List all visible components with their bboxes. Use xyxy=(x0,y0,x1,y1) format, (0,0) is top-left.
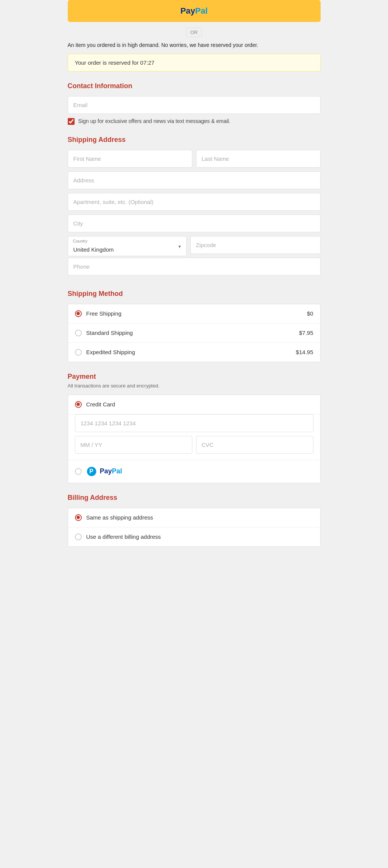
phone-input[interactable] xyxy=(68,258,321,275)
contact-section-title: Contact Information xyxy=(68,82,321,90)
billing-options: Same as shipping address Use a different… xyxy=(68,508,321,547)
shipping-expedited-label: Expedited Shipping xyxy=(86,349,135,355)
email-input[interactable] xyxy=(68,96,321,114)
radio-standard xyxy=(75,330,82,336)
cvc-input[interactable] xyxy=(196,436,313,454)
shipping-address-title: Shipping Address xyxy=(68,136,321,144)
newsletter-label: Sign up for exclusive offers and news vi… xyxy=(78,118,231,125)
radio-billing-different xyxy=(75,534,82,540)
shipping-expedited-price: $14.95 xyxy=(296,349,313,355)
radio-billing-same xyxy=(75,514,82,521)
payment-option-paypal[interactable]: P PayPal xyxy=(68,460,320,483)
first-name-input[interactable] xyxy=(68,150,192,168)
card-number-input[interactable] xyxy=(75,414,313,432)
credit-card-label: Credit Card xyxy=(86,401,115,408)
country-label: Country xyxy=(73,239,88,243)
paypal-button[interactable]: PayPal xyxy=(68,0,321,22)
billing-same-label: Same as shipping address xyxy=(86,514,153,521)
shipping-free-price: $0 xyxy=(307,310,313,317)
shipping-option-expedited[interactable]: Expedited Shipping $14.95 xyxy=(68,343,320,362)
cc-expiry-cvc-row xyxy=(75,436,313,454)
radio-paypal xyxy=(75,468,82,475)
svg-text:P: P xyxy=(89,468,93,474)
billing-option-same[interactable]: Same as shipping address xyxy=(68,508,320,527)
billing-different-label: Use a different billing address xyxy=(86,534,161,540)
address-input[interactable] xyxy=(68,171,321,189)
payment-title: Payment xyxy=(68,373,321,381)
paypal-text-logo: PayPal xyxy=(100,467,122,475)
apt-input[interactable] xyxy=(68,193,321,211)
payment-subtitle: All transactions are secure and encrypte… xyxy=(68,383,321,389)
name-row xyxy=(68,150,321,171)
billing-address-title: Billing Address xyxy=(68,494,321,502)
newsletter-row: Sign up for exclusive offers and news vi… xyxy=(68,118,321,125)
city-input[interactable] xyxy=(68,215,321,232)
paypal-option-logo: P PayPal xyxy=(86,466,122,477)
expiry-input[interactable] xyxy=(75,436,192,454)
shipping-option-free[interactable]: Free Shipping $0 xyxy=(68,304,320,324)
or-divider: OR xyxy=(68,30,321,35)
shipping-method-title: Shipping Method xyxy=(68,290,321,298)
payment-option-credit-card[interactable]: Credit Card xyxy=(68,395,320,414)
radio-credit-card xyxy=(75,401,82,408)
demand-notice: An item you ordered is in high demand. N… xyxy=(68,41,321,49)
radio-free xyxy=(75,310,82,317)
paypal-p-icon: P xyxy=(86,466,97,477)
shipping-standard-label: Standard Shipping xyxy=(86,330,133,336)
paypal-logo: PayPal xyxy=(180,6,207,16)
shipping-options: Free Shipping $0 Standard Shipping $7.95… xyxy=(68,304,321,362)
last-name-input[interactable] xyxy=(196,150,321,168)
radio-expedited xyxy=(75,349,82,356)
shipping-standard-price: $7.95 xyxy=(299,330,313,336)
zipcode-input[interactable] xyxy=(190,236,321,254)
country-zip-row: Country United Kingdom United States Can… xyxy=(68,236,321,258)
credit-card-fields xyxy=(68,414,320,460)
newsletter-checkbox[interactable] xyxy=(68,118,75,125)
reservation-banner: Your order is reserved for 07:27 xyxy=(68,54,321,72)
shipping-free-label: Free Shipping xyxy=(86,310,122,317)
billing-option-different[interactable]: Use a different billing address xyxy=(68,527,320,546)
payment-options: Credit Card P PayPal xyxy=(68,395,321,483)
shipping-option-standard[interactable]: Standard Shipping $7.95 xyxy=(68,324,320,343)
country-wrapper: Country United Kingdom United States Can… xyxy=(68,236,187,258)
